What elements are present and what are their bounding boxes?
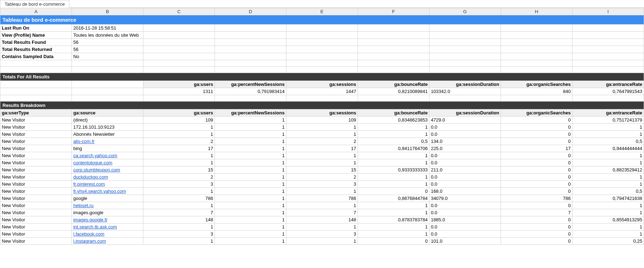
empty-cell[interactable] (286, 67, 358, 73)
metric-value[interactable]: 0.0 (429, 174, 501, 181)
metric-value[interactable]: 1 (358, 174, 429, 181)
metric-value[interactable]: 1 (215, 231, 286, 238)
empty-cell[interactable] (358, 46, 429, 53)
metric-value[interactable]: 1 (572, 124, 644, 131)
metric-value[interactable]: 1 (215, 159, 286, 166)
usertype-cell[interactable]: New Visitor (0, 209, 72, 216)
metric-value[interactable]: 1 (572, 223, 644, 231)
metric-value[interactable]: 109 (286, 117, 358, 124)
metric-value[interactable]: 0 (501, 131, 572, 138)
empty-cell[interactable] (429, 95, 501, 102)
metric-value[interactable]: 1 (215, 174, 286, 181)
empty-cell[interactable] (215, 32, 286, 39)
metric-value[interactable]: 1 (286, 202, 358, 209)
empty-cell[interactable] (143, 25, 215, 32)
empty-cell[interactable] (501, 32, 572, 39)
metric-value[interactable]: 1 (143, 152, 215, 159)
metric-value[interactable]: 786 (143, 195, 215, 202)
column-header[interactable]: B (72, 8, 143, 15)
metric-header[interactable]: ga:organicSearches (501, 81, 572, 88)
metric-value[interactable]: 786 (501, 195, 572, 202)
empty-cell[interactable] (286, 95, 358, 102)
empty-cell[interactable] (143, 39, 215, 46)
metric-value[interactable]: 225.0 (429, 145, 501, 152)
empty-cell[interactable] (215, 39, 286, 46)
metric-value[interactable]: 0 (501, 223, 572, 231)
source-cell[interactable]: helpset.ru (72, 202, 143, 209)
metric-value[interactable]: 1 (572, 209, 644, 216)
metric-value[interactable]: 134.0 (429, 138, 501, 145)
metric-value[interactable]: 1 (143, 238, 215, 245)
metric-value[interactable]: 0,5 (358, 138, 429, 145)
usertype-cell[interactable]: New Visitor (0, 145, 72, 152)
metric-value[interactable]: 0.0 (429, 159, 501, 166)
metric-value[interactable]: 1 (572, 131, 644, 138)
metric-value[interactable]: 0.0 (429, 202, 501, 209)
metric-value[interactable]: 0 (358, 238, 429, 245)
metric-value[interactable]: 0,8783783784 (358, 216, 429, 223)
metric-value[interactable]: 1 (286, 124, 358, 131)
empty-cell[interactable] (72, 88, 143, 95)
empty-cell[interactable] (143, 32, 215, 39)
metric-value[interactable]: 168.0 (429, 188, 501, 195)
usertype-cell[interactable]: New Visitor (0, 223, 72, 231)
empty-cell[interactable] (572, 53, 644, 60)
empty-cell[interactable] (358, 25, 429, 32)
source-cell[interactable]: alis-com.fr (72, 138, 143, 145)
empty-cell[interactable] (429, 60, 501, 67)
empty-cell[interactable] (286, 60, 358, 67)
metric-value[interactable]: 0,9444444444 (572, 145, 644, 152)
metric-value[interactable]: 0,9333333333 (358, 166, 429, 174)
metric-value[interactable]: 1 (572, 181, 644, 188)
metric-value[interactable]: 1 (215, 152, 286, 159)
empty-cell[interactable] (572, 32, 644, 39)
metric-header[interactable]: ga:percentNewSessions (215, 109, 286, 117)
metric-value[interactable]: 0.0 (429, 181, 501, 188)
metric-header[interactable]: ga:bounceRate (358, 81, 429, 88)
metric-header[interactable]: ga:bounceRate (358, 109, 429, 117)
metric-value[interactable]: 0 (501, 216, 572, 223)
source-link[interactable]: helpset.ru (73, 203, 94, 208)
empty-cell[interactable] (143, 60, 215, 67)
usertype-cell[interactable]: New Visitor (0, 159, 72, 166)
metric-value[interactable]: 1 (215, 131, 286, 138)
metric-value[interactable]: 0.0 (429, 223, 501, 231)
column-header[interactable]: E (286, 8, 358, 15)
metric-value[interactable]: 0,8676844784 (358, 195, 429, 202)
metric-value[interactable]: 211.0 (429, 166, 501, 174)
empty-cell[interactable] (501, 39, 572, 46)
metric-value[interactable]: 0 (501, 166, 572, 174)
metric-value[interactable]: 1 (286, 188, 358, 195)
metric-value[interactable]: 0 (501, 181, 572, 188)
column-header[interactable]: D (215, 8, 286, 15)
empty-cell[interactable] (429, 39, 501, 46)
metric-header[interactable]: ga:sessionDuration (429, 81, 501, 88)
metric-value[interactable]: 1447 (286, 88, 358, 95)
metric-value[interactable]: 1 (215, 124, 286, 131)
usertype-cell[interactable]: New Visitor (0, 131, 72, 138)
metric-value[interactable]: 0 (501, 138, 572, 145)
empty-cell[interactable] (572, 46, 644, 53)
metric-header[interactable]: ga:sessions (286, 109, 358, 117)
source-cell[interactable]: google (72, 195, 143, 202)
source-cell[interactable]: Abonnés Newsletter (72, 131, 143, 138)
usertype-cell[interactable]: New Visitor (0, 181, 72, 188)
metric-value[interactable]: 0,791983414 (215, 88, 286, 95)
metric-value[interactable]: 0 (501, 174, 572, 181)
empty-cell[interactable] (0, 60, 72, 67)
empty-cell[interactable] (0, 81, 72, 88)
empty-cell[interactable] (501, 25, 572, 32)
source-link[interactable]: fr.pinterest.com (73, 181, 105, 187)
usertype-cell[interactable]: New Visitor (0, 238, 72, 245)
empty-cell[interactable] (572, 60, 644, 67)
metric-value[interactable]: 1 (572, 159, 644, 166)
source-cell[interactable]: contentologue.com (72, 159, 143, 166)
meta-label[interactable]: View (Profile) Name (0, 32, 72, 39)
metric-value[interactable]: 0 (501, 124, 572, 131)
empty-cell[interactable] (286, 32, 358, 39)
empty-cell[interactable] (358, 53, 429, 60)
metric-value[interactable]: 1 (215, 145, 286, 152)
empty-cell[interactable] (286, 25, 358, 32)
metric-value[interactable]: 0.0 (429, 231, 501, 238)
metric-value[interactable]: 1 (286, 223, 358, 231)
